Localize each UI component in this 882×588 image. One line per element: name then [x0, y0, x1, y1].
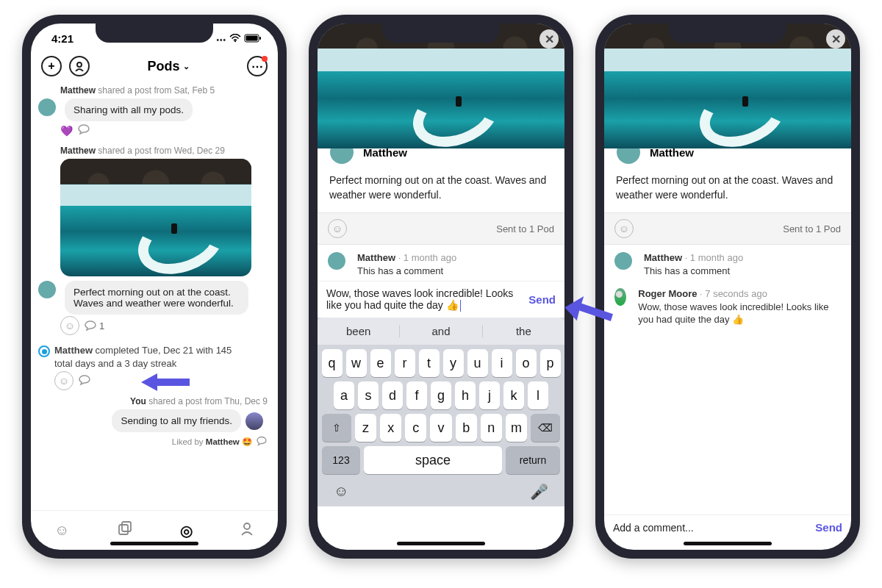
key-g[interactable]: g — [431, 381, 451, 409]
post-bubble[interactable]: Sharing with all my pods. — [65, 98, 193, 121]
comment-icon[interactable] — [78, 373, 91, 389]
tab-profile[interactable] — [240, 521, 254, 539]
key-m[interactable]: m — [506, 414, 527, 442]
home-indicator[interactable] — [397, 542, 485, 545]
key-r[interactable]: r — [395, 349, 415, 377]
key-o[interactable]: o — [516, 349, 537, 377]
avatar[interactable] — [614, 288, 626, 306]
comment-count: 1 — [99, 320, 104, 331]
return-key[interactable]: return — [506, 446, 560, 474]
key-n[interactable]: n — [481, 414, 502, 442]
suggestion[interactable]: the — [483, 325, 564, 337]
comment: Roger Moore · 7 seconds ago Wow, those w… — [604, 281, 851, 329]
send-button[interactable]: Send — [528, 293, 556, 306]
key-j[interactable]: j — [479, 381, 500, 409]
react-button[interactable]: ☺ — [328, 219, 347, 238]
key-w[interactable]: w — [346, 349, 367, 377]
react-button[interactable]: ☺ — [614, 219, 634, 238]
comment: Matthew · 1 month ago This has a comment — [604, 245, 851, 281]
close-button[interactable]: ✕ — [539, 29, 559, 49]
cell-signal-icon — [216, 32, 226, 45]
emoji-keyboard-button[interactable]: ☺ — [334, 483, 348, 501]
suggestion[interactable]: been — [318, 325, 400, 337]
key-k[interactable]: k — [503, 381, 524, 409]
notch — [669, 24, 786, 43]
comment-time: · 7 seconds ago — [700, 288, 767, 299]
key-h[interactable]: h — [455, 381, 476, 409]
avatar[interactable] — [614, 252, 632, 270]
comment-icon[interactable] — [77, 123, 90, 138]
svg-point-7 — [244, 523, 250, 529]
comment-input-row: Add a comment... Send — [604, 514, 851, 539]
avatar[interactable] — [245, 412, 263, 430]
key-l[interactable]: l — [528, 381, 548, 409]
numbers-key[interactable]: 123 — [322, 446, 360, 474]
post-meta: Matthew shared a post from Sat, Feb 5 — [60, 85, 270, 96]
tab-copy[interactable] — [117, 520, 133, 540]
chevron-down-icon: ⌄ — [183, 62, 190, 71]
comment-body: This has a comment — [644, 265, 743, 278]
post-bubble[interactable]: Sending to all my friends. — [112, 409, 241, 432]
key-s[interactable]: s — [358, 381, 379, 409]
post-caption: Perfect morning out on at the coast. Wav… — [318, 166, 564, 212]
key-e[interactable]: e — [370, 349, 391, 377]
avatar[interactable] — [328, 252, 345, 270]
comment-input[interactable]: Wow, those waves look incredible! Looks … — [326, 287, 523, 312]
heart-reaction[interactable]: 💜 — [60, 125, 73, 137]
comment: Matthew · 1 month ago This has a comment — [318, 245, 564, 281]
key-u[interactable]: u — [467, 349, 488, 377]
sent-bar: ☺ Sent to 1 Pod — [604, 212, 851, 245]
comment-icon[interactable]: 1 — [84, 319, 104, 332]
annotation-arrow — [141, 370, 193, 400]
comment-author: Matthew — [644, 252, 682, 263]
key-z[interactable]: z — [355, 414, 376, 442]
key-i[interactable]: i — [492, 349, 512, 377]
completion-user: Matthew — [54, 345, 93, 356]
comment-time: · 1 month ago — [685, 252, 744, 263]
avatar[interactable] — [38, 281, 56, 298]
svg-point-0 — [234, 40, 236, 42]
key-x[interactable]: x — [380, 414, 401, 442]
tab-emoji[interactable]: ☺ — [54, 522, 69, 539]
send-button[interactable]: Send — [815, 521, 842, 534]
dictation-button[interactable]: 🎤 — [530, 483, 548, 501]
key-b[interactable]: b — [456, 414, 477, 442]
messages-button[interactable]: ⋯ — [247, 56, 268, 76]
feed-title: Pods — [147, 59, 179, 74]
sent-to-label: Sent to 1 Pod — [496, 223, 554, 234]
key-f[interactable]: f — [406, 381, 427, 409]
feed-title-dropdown[interactable]: Pods ⌄ — [147, 59, 189, 74]
post-meta: Matthew shared a post from Wed, Dec 29 — [60, 146, 270, 156]
home-indicator[interactable] — [110, 542, 198, 545]
react-button[interactable]: ☺ — [60, 316, 79, 335]
key-t[interactable]: t — [419, 349, 440, 377]
profile-button[interactable] — [69, 56, 90, 76]
avatar[interactable] — [38, 98, 56, 116]
svg-point-4 — [77, 62, 82, 67]
comment-icon[interactable] — [256, 435, 268, 448]
completion-icon — [38, 345, 50, 357]
close-button[interactable]: ✕ — [826, 29, 845, 49]
key-a[interactable]: a — [334, 381, 354, 409]
post-image[interactable] — [60, 159, 251, 276]
react-button[interactable]: ☺ — [54, 371, 74, 390]
comment-input[interactable]: Add a comment... — [613, 522, 809, 534]
space-key[interactable]: space — [364, 446, 502, 474]
key-c[interactable]: c — [405, 414, 426, 442]
keyboard-suggestions: been and the — [318, 318, 564, 345]
key-y[interactable]: y — [443, 349, 464, 377]
backspace-key[interactable]: ⌫ — [531, 414, 560, 442]
svg-rect-2 — [246, 36, 258, 41]
shift-key[interactable]: ⇧ — [322, 414, 351, 442]
svg-rect-5 — [119, 525, 128, 534]
key-p[interactable]: p — [540, 349, 561, 377]
key-v[interactable]: v — [430, 414, 451, 442]
key-q[interactable]: q — [322, 349, 343, 377]
suggestion[interactable]: and — [400, 325, 482, 337]
key-d[interactable]: d — [382, 381, 403, 409]
comment-author: Roger Moore — [638, 288, 697, 299]
post-bubble[interactable]: Perfect morning out on at the coast. Wav… — [65, 281, 248, 315]
add-button[interactable]: + — [41, 56, 62, 76]
tab-spiral[interactable]: ◎ — [180, 522, 193, 539]
home-indicator[interactable] — [684, 542, 772, 545]
